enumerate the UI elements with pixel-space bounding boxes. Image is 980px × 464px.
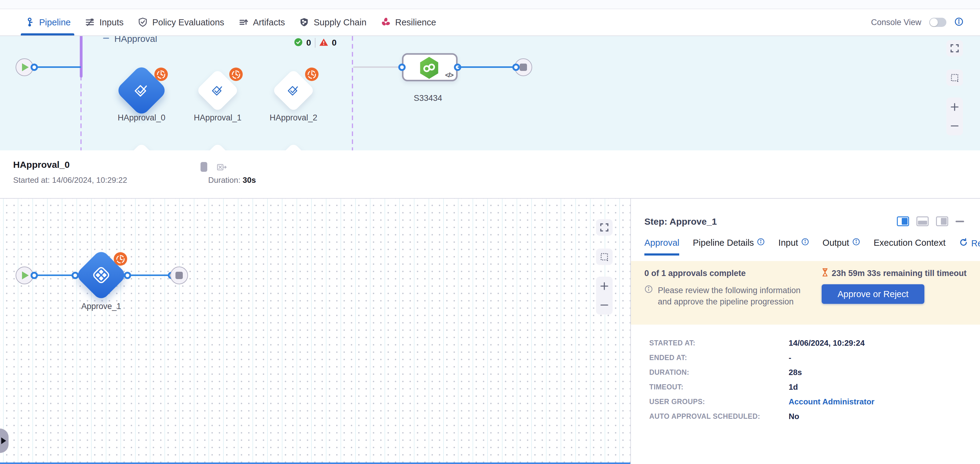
- detail-value: 14/06/2024, 10:29:24: [789, 338, 875, 348]
- tab-resilience[interactable]: Resilience: [378, 9, 439, 35]
- approve-or-reject-button[interactable]: Approve or Reject: [822, 284, 924, 304]
- zoom-out-button[interactable]: [947, 116, 963, 135]
- stop-icon: [175, 272, 183, 279]
- tab-approval[interactable]: Approval: [644, 238, 679, 256]
- step-graph-canvas[interactable]: Approve_1: [0, 199, 630, 464]
- approval-details-list: STARTED AT: 14/06/2024, 10:29:24 ENDED A…: [649, 335, 875, 424]
- supply-chain-shield-icon: [299, 17, 309, 27]
- detail-label: ENDED AT:: [649, 354, 789, 362]
- expand-panel-handle[interactable]: [0, 429, 8, 453]
- approval-message-text: Please review the following information …: [658, 285, 800, 308]
- info-bar-title: HApproval_0: [13, 160, 70, 170]
- open-execution-icon[interactable]: [216, 162, 227, 173]
- connector-ring: [30, 272, 38, 279]
- fit-to-screen-button[interactable]: [947, 40, 963, 57]
- approval-message-line1: Please review the following information: [658, 286, 800, 295]
- tab-policy-evaluations[interactable]: Policy Evaluations: [135, 9, 226, 35]
- connector-ring: [124, 272, 131, 279]
- fit-to-screen-button[interactable]: [596, 219, 612, 236]
- user-group-link[interactable]: Account Administrator: [789, 397, 875, 407]
- node-happroval-1[interactable]: [202, 75, 233, 106]
- info-bar-started: Started at: 14/06/2024, 10:29:22: [13, 175, 127, 185]
- badge-divider: [315, 38, 315, 48]
- tab-pipeline-details-label: Pipeline Details: [693, 238, 754, 248]
- tab-execution-context-label: Execution Context: [873, 238, 945, 248]
- info-icon: [757, 238, 765, 248]
- zoom-in-button[interactable]: [947, 97, 963, 116]
- end-node[interactable]: [170, 267, 188, 284]
- layout-right-icon[interactable]: [897, 216, 909, 226]
- node-label: HApproval_2: [254, 113, 333, 122]
- error-badge-icon: [319, 38, 328, 48]
- layout-side-icon[interactable]: [936, 216, 948, 226]
- detail-value: No: [789, 412, 875, 421]
- zoom-controls: [596, 276, 612, 315]
- tab-resilience-label: Resilience: [395, 17, 436, 27]
- timeout-remaining: 23h 59m 33s remaining till timeout: [821, 268, 967, 279]
- info-icon: [852, 238, 860, 248]
- minimize-panel-icon[interactable]: [956, 221, 964, 222]
- horizontal-scrollbar[interactable]: [0, 462, 630, 464]
- tab-pipeline-details[interactable]: Pipeline Details: [693, 238, 765, 253]
- selected-step-info-bar: HApproval_0 Started at: 14/06/2024, 10:2…: [0, 150, 980, 199]
- step-panel-title: Step: Approve_1: [644, 216, 717, 227]
- tab-output-label: Output: [822, 238, 849, 248]
- tab-supply-chain[interactable]: Supply Chain: [296, 9, 369, 35]
- pending-clock-badge: [229, 67, 243, 81]
- info-icon: [644, 285, 653, 308]
- connector-ring: [398, 64, 406, 71]
- detail-value: 28s: [789, 368, 875, 377]
- step-detail-panel: Step: Approve_1 Approval Pipeline Detail…: [630, 199, 980, 464]
- stage-status-badges: 0 0: [294, 37, 337, 49]
- zoom-in-button[interactable]: [596, 276, 612, 296]
- collapse-stage-icon[interactable]: [102, 36, 110, 43]
- stage-graph-canvas[interactable]: HApproval 0 0 HApproval_0: [0, 36, 980, 150]
- error-count: 0: [332, 38, 337, 48]
- execution-tab-bar: Pipeline Inputs Policy Evaluations: [0, 9, 980, 36]
- tab-artifacts-label: Artifacts: [253, 17, 285, 27]
- pending-clock-badge: [113, 252, 127, 266]
- info-icon: [801, 238, 809, 248]
- tab-input[interactable]: Input: [778, 238, 809, 253]
- tab-inputs[interactable]: Inputs: [82, 9, 126, 35]
- pending-clock-badge: [305, 67, 319, 81]
- tab-artifacts[interactable]: Artifacts: [236, 9, 288, 35]
- detail-value: 1d: [789, 382, 875, 392]
- edge-stage-to-step: [353, 66, 402, 68]
- console-info-icon[interactable]: [955, 17, 964, 27]
- edge-step-to-end: [458, 66, 516, 68]
- inputs-icon: [85, 17, 95, 27]
- node-happroval-2[interactable]: [278, 75, 309, 106]
- window-top-strip: [0, 0, 980, 9]
- marquee-select-button[interactable]: [596, 248, 612, 265]
- approval-progress: 0 of 1 approvals complete: [644, 269, 746, 278]
- detail-label: DURATION:: [649, 368, 789, 377]
- edge-step-to-end: [126, 275, 172, 276]
- connector-ring: [512, 64, 520, 71]
- tab-pipeline[interactable]: Pipeline: [22, 9, 73, 35]
- pipeline-icon: [24, 17, 35, 27]
- edge-start-to-stage: [34, 66, 81, 68]
- shield-check-icon: [138, 17, 148, 27]
- tab-output[interactable]: Output: [822, 238, 860, 253]
- node-label: Approve_1: [62, 302, 141, 311]
- stop-icon: [520, 64, 527, 71]
- refresh-button[interactable]: Refresh: [959, 238, 980, 249]
- duration-value: 30s: [243, 175, 256, 184]
- console-view-label: Console View: [871, 18, 921, 27]
- log-view-icon[interactable]: [200, 162, 207, 172]
- tab-execution-context[interactable]: Execution Context: [873, 238, 945, 253]
- expand-arrow-icon: [1, 437, 6, 444]
- node-s33434[interactable]: </>: [402, 53, 458, 81]
- node-label: HApproval_1: [178, 113, 258, 122]
- tab-approval-label: Approval: [644, 238, 679, 248]
- layout-bottom-icon[interactable]: [916, 216, 929, 226]
- detail-value: -: [789, 353, 875, 362]
- zoom-out-button[interactable]: [596, 296, 612, 315]
- stage-progress-bar: [80, 36, 83, 78]
- started-at-value: 14/06/2024, 10:29:22: [52, 175, 127, 184]
- step-panel-tabs: Approval Pipeline Details Input Output: [644, 238, 980, 261]
- resilience-icon: [380, 17, 391, 27]
- console-view-toggle[interactable]: [929, 18, 947, 27]
- marquee-select-button[interactable]: [947, 69, 963, 86]
